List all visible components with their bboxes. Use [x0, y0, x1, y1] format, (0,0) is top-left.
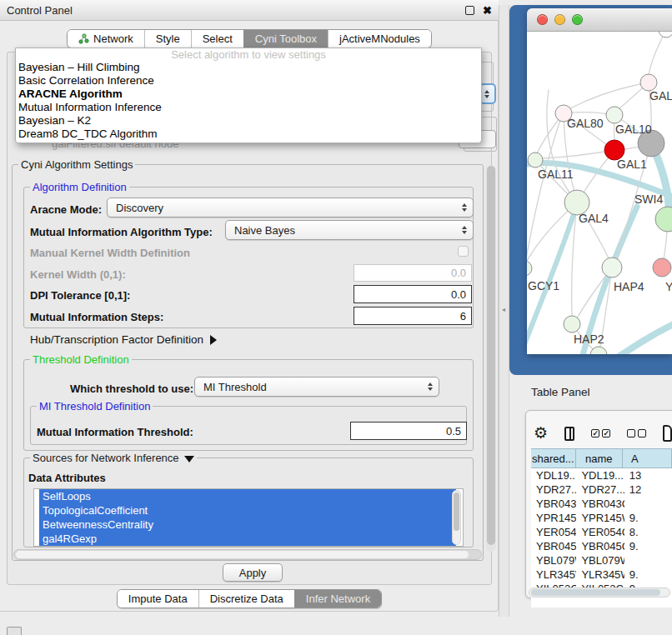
- sources-title[interactable]: Sources for Network Inference: [30, 452, 197, 464]
- list-item-gal4rgexp[interactable]: gal4RGexp: [39, 532, 456, 546]
- network-node-hap2[interactable]: [564, 316, 580, 332]
- popup-item-basic-correlation[interactable]: Basic Correlation Inference: [16, 74, 481, 88]
- table-cell[interactable]: YER054C: [576, 525, 624, 539]
- attributes-list-scrollbar[interactable]: [452, 490, 461, 545]
- table-cell[interactable]: [624, 497, 672, 511]
- table-cell[interactable]: YLR345W: [576, 568, 624, 582]
- network-node-bottom-partial[interactable]: [590, 347, 607, 354]
- kernel-width-field[interactable]: 0.0: [354, 264, 472, 282]
- network-window-titlebar[interactable]: [527, 8, 672, 32]
- popup-item-bayesian-k2[interactable]: Bayesian – K2: [16, 114, 481, 128]
- tab-jactivemnodules[interactable]: jActiveMNodules: [328, 30, 431, 48]
- table-cell[interactable]: YPR145W: [531, 511, 576, 525]
- table-cell[interactable]: 8.: [624, 525, 672, 539]
- table-cell[interactable]: YER054C: [531, 525, 576, 539]
- scrollbar-thumb[interactable]: [531, 589, 660, 596]
- table-row[interactable]: YDR27...YDR27...12: [531, 482, 672, 497]
- table-row[interactable]: YER054CYER054C8.: [531, 525, 672, 539]
- tab-style[interactable]: Style: [144, 30, 191, 48]
- network-edge[interactable]: [649, 32, 666, 75]
- scrollbar-thumb[interactable]: [487, 166, 495, 545]
- collapsed-arrow-icon[interactable]: [210, 335, 217, 345]
- network-node-gal10[interactable]: [606, 107, 623, 123]
- network-edge[interactable]: [543, 150, 614, 158]
- table-row[interactable]: YDL19...YDL19...13: [531, 468, 672, 482]
- tab-cyni-toolbox[interactable]: Cyni Toolbox: [243, 30, 328, 48]
- popup-item-mutual-information[interactable]: Mutual Information Inference: [16, 101, 481, 114]
- table-cell[interactable]: 9.: [624, 568, 672, 582]
- popup-item-bayesian-hill-climbing[interactable]: Bayesian – Hill Climbing: [16, 61, 481, 74]
- tab-select[interactable]: Select: [191, 30, 243, 48]
- close-icon[interactable]: ✖: [483, 6, 492, 15]
- table-horizontal-scrollbar[interactable]: [529, 588, 670, 598]
- table-cell[interactable]: YDL19...: [576, 468, 624, 482]
- network-node-top-partial[interactable]: [659, 32, 672, 38]
- network-edge[interactable]: [570, 82, 649, 108]
- show-columns-icon[interactable]: [564, 427, 574, 441]
- tab-network[interactable]: Network: [68, 30, 144, 48]
- list-item-betweennesscentrality[interactable]: BetweennessCentrality: [39, 518, 456, 532]
- network-canvas[interactable]: GALGAL80GAL10GAL1GAL11GAL4SWI4GCY1HAP4YH…: [527, 32, 672, 354]
- list-item-selfloops[interactable]: SelfLoops: [39, 489, 456, 503]
- table-cell[interactable]: YBR045C: [531, 539, 576, 553]
- table-row[interactable]: YBR043CYBR043C: [531, 497, 672, 511]
- select-all-icon[interactable]: ✓✓: [591, 429, 610, 438]
- zoom-traffic-light-icon[interactable]: [572, 14, 583, 25]
- apply-button[interactable]: Apply: [223, 563, 283, 582]
- table-cell[interactable]: [624, 553, 672, 568]
- which-threshold-combobox[interactable]: MI Threshold: [194, 377, 439, 397]
- network-node-gal-pink[interactable]: [640, 74, 657, 91]
- table-cell[interactable]: 12: [624, 482, 672, 497]
- scrollbar-thumb[interactable]: [454, 492, 459, 531]
- table-cell[interactable]: YLR345W: [531, 568, 576, 582]
- settings-horizontal-scrollbar[interactable]: [13, 549, 482, 560]
- table-cell[interactable]: YBL079W: [576, 553, 624, 568]
- table-cell[interactable]: 9.: [624, 511, 672, 525]
- network-edge[interactable]: [527, 120, 560, 268]
- scrollbar-thumb[interactable]: [16, 551, 469, 558]
- mi-algorithm-type-combobox[interactable]: Naive Bayes: [225, 220, 474, 240]
- mi-threshold-field[interactable]: 0.5: [350, 422, 467, 440]
- minimize-traffic-light-icon[interactable]: [554, 14, 565, 25]
- hub-section-toggle[interactable]: Hub/Transcription Factor Definition: [30, 333, 217, 346]
- network-node-gcy1[interactable]: [527, 261, 532, 276]
- table-cell[interactable]: YDL19...: [531, 468, 576, 482]
- network-node-salmon[interactable]: [653, 258, 671, 277]
- expanded-arrow-icon[interactable]: [184, 456, 194, 462]
- tab-infer-network[interactable]: Infer Network: [294, 590, 381, 608]
- table-cell[interactable]: 9.: [624, 539, 672, 553]
- table-cell[interactable]: YBL079W: [531, 553, 576, 568]
- table-cell[interactable]: 13: [624, 468, 672, 482]
- table-cell[interactable]: YBR043C: [576, 497, 624, 511]
- table-row[interactable]: YLR345WYLR345W9.: [531, 568, 672, 582]
- gear-icon[interactable]: ⚙: [534, 425, 548, 442]
- column-header-name[interactable]: name: [576, 449, 623, 468]
- mi-steps-field[interactable]: 6: [354, 307, 472, 325]
- table-cell[interactable]: YDR27...: [576, 482, 624, 497]
- column-header-shared-name[interactable]: shared...: [531, 449, 576, 468]
- table-row[interactable]: YPR145WYPR145W9.: [531, 511, 672, 525]
- network-edge[interactable]: [609, 322, 672, 354]
- tab-discretize-data[interactable]: Discretize Data: [198, 590, 294, 608]
- split-divider-handle-icon[interactable]: ◂: [502, 306, 508, 313]
- table-cell[interactable]: YBR045C: [576, 539, 624, 553]
- list-item-topologicalcoefficient[interactable]: TopologicalCoefficient: [39, 503, 456, 518]
- network-node-hap4[interactable]: [602, 258, 622, 278]
- deselect-all-icon[interactable]: [627, 429, 646, 438]
- popup-item-aracne[interactable]: ARACNE Algorithm: [16, 88, 481, 101]
- float-window-icon[interactable]: [465, 6, 474, 15]
- settings-vertical-scrollbar[interactable]: [486, 165, 496, 552]
- manual-kernel-width-checkbox[interactable]: [458, 246, 469, 257]
- algorithm-combobox-fragment[interactable]: [479, 83, 496, 104]
- tab-impute-data[interactable]: Impute Data: [118, 590, 198, 608]
- dpi-tolerance-field[interactable]: 0.0: [354, 285, 472, 303]
- export-table-icon[interactable]: [663, 425, 672, 442]
- aracne-mode-combobox[interactable]: Discovery: [107, 198, 474, 218]
- table-row[interactable]: YBL079WYBL079W: [531, 553, 672, 568]
- column-header-partial[interactable]: A: [623, 449, 672, 468]
- docked-panel-icon[interactable]: [7, 627, 22, 635]
- network-node-swi4[interactable]: [655, 207, 672, 232]
- popup-item-dream8[interactable]: Dream8 DC_TDC Algorithm: [16, 128, 481, 141]
- table-row[interactable]: YBR045CYBR045C9.: [531, 539, 672, 553]
- table-cell[interactable]: YBR043C: [531, 497, 576, 511]
